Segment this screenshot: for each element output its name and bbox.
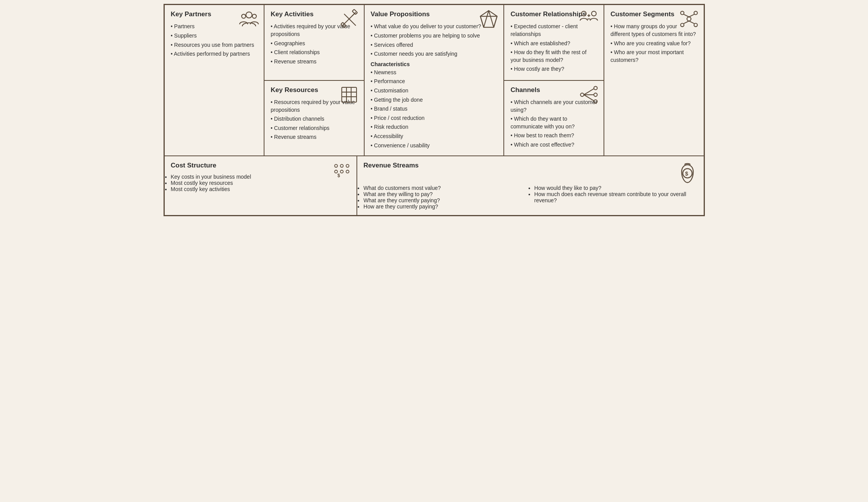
list-item: Which are established?	[510, 39, 597, 48]
svg-line-39	[584, 95, 594, 101]
revenue-streams-cell: Revenue Streams $ What do customers most…	[357, 156, 704, 215]
list-item: Most costly key resources	[171, 180, 351, 186]
key-resources-icon	[339, 85, 359, 105]
list-item: Convenience / usability	[371, 141, 498, 150]
svg-point-40	[334, 164, 337, 167]
list-item: Suppliers	[171, 31, 258, 41]
svg-point-42	[346, 164, 349, 167]
list-item: Brand / status	[371, 104, 498, 114]
cost-structure-list: Key costs in your business model Most co…	[171, 174, 351, 192]
customer-relationships-list: Expected customer - client relationships…	[510, 22, 597, 74]
channels-icon	[579, 85, 599, 105]
svg-point-43	[334, 170, 337, 173]
list-item: Client relationships	[271, 48, 358, 57]
list-item: Newness	[371, 68, 498, 77]
list-item: Customisation	[371, 86, 498, 96]
list-item: What are they currently paying?	[363, 197, 527, 203]
key-partners-cell: Key Partners Partners Suppliers Resource…	[164, 5, 264, 156]
svg-line-13	[494, 16, 497, 27]
list-item: Services offered	[371, 41, 498, 50]
list-item: Price / cost reduction	[371, 114, 498, 123]
cost-structure-icon: $	[332, 160, 352, 180]
svg-text:$: $	[685, 171, 688, 177]
svg-rect-28	[341, 87, 356, 102]
svg-line-6	[344, 14, 356, 26]
svg-line-25	[689, 14, 694, 17]
list-item: Customer needs you are satisfying	[371, 50, 498, 59]
svg-point-20	[680, 11, 684, 15]
customer-relationships-icon	[579, 9, 599, 29]
list-item: Revenue streams	[271, 133, 358, 142]
list-item: Who are your most important customers?	[610, 48, 697, 65]
list-item: Getting the job done	[371, 96, 498, 105]
svg-line-12	[481, 16, 484, 27]
list-item: How costly are they?	[510, 65, 597, 74]
revenue-streams-right-list: How would they like to pay? How much doe…	[534, 185, 697, 210]
svg-point-44	[340, 170, 343, 173]
svg-line-24	[684, 14, 689, 17]
svg-line-26	[684, 21, 689, 24]
svg-point-45	[346, 170, 349, 173]
customer-segments-icon	[679, 9, 699, 29]
list-item: Who are you creating value for?	[610, 39, 697, 48]
cost-structure-cell: Cost Structure $ Key costs in your busin…	[164, 156, 357, 215]
revenue-streams-content: What do customers most value? What are t…	[363, 185, 697, 210]
bottom-grid: Cost Structure $ Key costs in your busin…	[164, 156, 704, 215]
list-item: Key costs in your business model	[171, 174, 351, 180]
value-propositions-title: Value Propositions	[371, 10, 498, 18]
svg-point-23	[694, 23, 697, 27]
list-item: How would they like to pay?	[534, 185, 697, 191]
svg-point-33	[580, 93, 584, 96]
list-item: Which are cost effective?	[510, 140, 597, 150]
list-item: Activities performed by partners	[171, 50, 258, 59]
key-activities-icon	[339, 9, 359, 29]
list-item: Distribution channels	[271, 114, 358, 124]
list-item: Revenue streams	[271, 57, 358, 67]
list-item: How much does each revenue stream contri…	[534, 191, 697, 203]
svg-point-19	[687, 17, 691, 21]
list-item: Performance	[371, 77, 498, 86]
customer-segments-cell: Customer Segments How many groups do you…	[604, 5, 704, 156]
revenue-streams-left-list: What do customers most value? What are t…	[363, 185, 527, 210]
svg-point-41	[340, 164, 343, 167]
revenue-streams-title: Revenue Streams	[363, 162, 419, 169]
svg-point-0	[246, 12, 252, 18]
svg-point-15	[592, 11, 596, 16]
svg-line-27	[689, 21, 694, 24]
svg-point-36	[594, 100, 597, 103]
svg-point-2	[252, 14, 256, 18]
svg-point-1	[242, 14, 246, 18]
key-resources-cell: Key Resources Resources required by your…	[264, 80, 364, 156]
svg-point-35	[594, 93, 597, 96]
value-props-intro-list: What value do you deliver to your custom…	[371, 22, 498, 58]
svg-point-21	[694, 11, 697, 15]
partners-icon	[239, 9, 259, 29]
top-grid: Key Partners Partners Suppliers Resource…	[164, 5, 704, 156]
svg-point-22	[680, 23, 684, 27]
list-item: Which do they want to communicate with y…	[510, 114, 597, 131]
value-propositions-cell: Value Propositions What value do you del…	[364, 5, 504, 156]
list-item: Geographies	[271, 39, 358, 48]
list-item: Risk reduction	[371, 123, 498, 132]
key-activities-cell: Key Activities Activities required by yo…	[264, 5, 364, 80]
value-props-icon	[479, 9, 499, 29]
list-item: How do they fit with the rest of your bu…	[510, 48, 597, 65]
cost-structure-title: Cost Structure	[171, 162, 351, 169]
list-item: What value do you deliver to your custom…	[371, 22, 498, 31]
list-item: How are they currently paying?	[363, 203, 527, 210]
svg-line-37	[584, 89, 594, 95]
business-model-canvas: Key Partners Partners Suppliers Resource…	[164, 4, 705, 216]
svg-text:$: $	[338, 173, 340, 178]
channels-cell: Channels Which channels are your custome…	[504, 80, 604, 156]
svg-point-14	[582, 11, 586, 16]
customer-relationships-cell: Customer Relationships Expected customer…	[504, 5, 604, 80]
list-item: What do customers most value?	[363, 185, 527, 191]
list-item: What are they willing to pay?	[363, 191, 527, 197]
list-item: Customer relationships	[271, 124, 358, 133]
list-item: Accessibility	[371, 132, 498, 141]
list-item: Resources you use from partners	[171, 41, 258, 50]
revenue-streams-icon: $	[677, 162, 697, 185]
characteristics-list: Newness Performance Customisation Gettin…	[371, 68, 498, 150]
list-item: Most costly key activities	[171, 186, 351, 192]
svg-point-34	[594, 86, 597, 90]
